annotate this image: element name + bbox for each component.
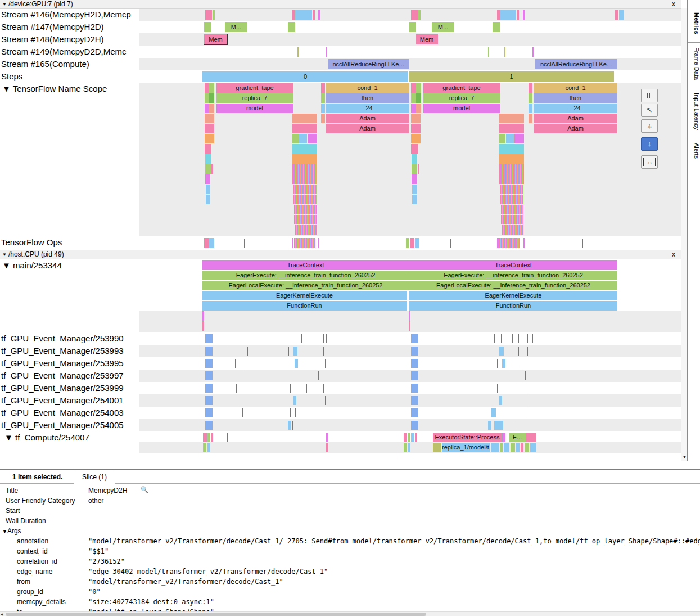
trace-slice[interactable]	[205, 124, 214, 133]
trace-slice[interactable]	[497, 384, 498, 393]
trace-slice[interactable]	[497, 359, 498, 368]
trace-slice[interactable]	[205, 144, 211, 154]
trace-slice[interactable]	[325, 396, 326, 405]
trace-slice[interactable]	[318, 238, 319, 248]
trace-slice[interactable]	[326, 433, 328, 442]
trace-slice[interactable]	[292, 154, 317, 164]
trace-slice[interactable]	[501, 215, 523, 224]
search-icon[interactable]: 🔍	[141, 486, 148, 493]
track-label[interactable]: tf_GPU_Event_Manager/253993	[0, 345, 138, 357]
trace-slice[interactable]	[411, 433, 414, 442]
timeline[interactable]: M...M...MemMemncclAllReduceRingLLKe...nc…	[0, 0, 681, 461]
trace-slice[interactable]	[412, 195, 417, 204]
track-label[interactable]: Stream #149(MemcpyD2D,Memc	[0, 46, 138, 58]
trace-slice[interactable]	[499, 347, 504, 356]
trace-slice[interactable]	[450, 239, 451, 248]
trace-slice[interactable]	[205, 154, 211, 164]
trace-slice[interactable]	[202, 321, 204, 331]
trace-slice[interactable]	[245, 334, 245, 343]
trace-slice[interactable]	[205, 396, 213, 405]
trace-slice[interactable]	[207, 433, 210, 442]
trace-slice[interactable]	[323, 334, 324, 343]
trace-slice[interactable]	[293, 185, 317, 194]
trace-slice[interactable]	[318, 10, 320, 20]
trace-slice[interactable]	[532, 47, 534, 57]
track-label[interactable]: tf_GPU_Event_Manager/253999	[0, 382, 138, 394]
trace-slice[interactable]: Adam	[326, 114, 409, 123]
trace-slice[interactable]	[529, 83, 532, 93]
trace-slice[interactable]	[499, 396, 502, 405]
trace-slice[interactable]	[529, 384, 529, 393]
trace-slice[interactable]	[499, 144, 524, 154]
trace-slice[interactable]: gradient_tape	[423, 83, 500, 93]
trace-slice[interactable]	[203, 433, 207, 442]
trace-slice[interactable]	[529, 114, 532, 123]
scroll-left-button[interactable]: ◀	[1, 612, 3, 616]
trace-slice[interactable]	[525, 443, 529, 452]
trace-slice[interactable]	[409, 22, 416, 32]
trace-slice[interactable]	[499, 164, 524, 174]
trace-slice[interactable]	[497, 238, 499, 248]
trace-slice[interactable]: gradient_tape	[216, 83, 293, 93]
trace-slice[interactable]	[412, 164, 417, 174]
trace-slice[interactable]	[501, 205, 523, 214]
trace-slice[interactable]	[292, 421, 293, 430]
trace-slice[interactable]: _24	[326, 104, 409, 113]
trace-slice[interactable]	[227, 334, 227, 343]
trace-slice[interactable]	[433, 443, 441, 452]
trace-slice[interactable]	[504, 443, 509, 452]
trace-slice[interactable]: _24	[534, 104, 617, 113]
trace-slice[interactable]	[242, 408, 243, 417]
trace-slice[interactable]	[205, 83, 209, 93]
trace-slice[interactable]: 0	[202, 71, 408, 82]
trace-slice[interactable]	[292, 144, 317, 154]
trace-slice[interactable]	[202, 311, 204, 321]
scrollbar-thumb[interactable]	[6, 613, 426, 616]
trace-slice[interactable]: FunctionRun	[409, 301, 617, 311]
trace-slice[interactable]	[299, 134, 307, 143]
gpu-process-header[interactable]: ▼/device:GPU:7 (pid 7) x	[0, 0, 681, 9]
trace-slice[interactable]	[411, 359, 418, 368]
trace-slice[interactable]	[205, 174, 210, 184]
trace-slice[interactable]	[321, 114, 325, 123]
trace-slice[interactable]	[231, 347, 231, 356]
trace-slice[interactable]	[288, 347, 289, 356]
trace-slice[interactable]	[412, 185, 417, 194]
track-label[interactable]: tf_GPU_Event_Manager/254001	[0, 394, 138, 407]
track-label[interactable]: ▼ main/253344	[0, 259, 138, 272]
trace-slice[interactable]	[532, 334, 533, 343]
trace-slice[interactable]	[499, 154, 524, 164]
trace-slice[interactable]	[500, 443, 503, 452]
trace-slice[interactable]	[416, 83, 421, 93]
track-label[interactable]: tf_GPU_Event_Manager/253997	[0, 370, 138, 382]
trace-slice[interactable]	[509, 371, 509, 380]
trace-slice[interactable]	[209, 238, 214, 248]
trace-slice[interactable]: Adam	[534, 124, 617, 133]
trace-slice[interactable]	[292, 164, 317, 174]
trace-slice[interactable]	[204, 238, 209, 248]
timing-tool[interactable]: ↔	[641, 155, 658, 169]
tab-input-latency[interactable]: Input Latency	[688, 88, 700, 138]
track-label[interactable]: Stream #147(MemcpyH2D)	[0, 21, 138, 33]
trace-slice[interactable]	[204, 22, 211, 32]
trace-slice[interactable]	[318, 371, 319, 380]
track-label[interactable]: tf_GPU_Event_Manager/253990	[0, 332, 138, 345]
pan-tool[interactable]: ↔↕	[641, 119, 658, 133]
trace-slice[interactable]	[527, 334, 528, 343]
trace-slice[interactable]: Adam	[534, 114, 617, 123]
trace-slice[interactable]	[512, 334, 513, 343]
trace-slice[interactable]	[294, 238, 315, 248]
trace-slice[interactable]	[205, 104, 209, 113]
trace-slice[interactable]	[206, 185, 210, 194]
trace-slice[interactable]	[297, 47, 299, 57]
trace-slice[interactable]	[231, 396, 231, 405]
trace-slice[interactable]: E...	[509, 433, 526, 442]
trace-slice[interactable]	[502, 359, 505, 368]
trace-slice[interactable]	[525, 371, 526, 380]
trace-slice[interactable]	[526, 433, 536, 442]
trace-slice[interactable]	[494, 334, 495, 343]
trace-slice[interactable]	[323, 384, 324, 393]
trace-slice[interactable]	[246, 371, 246, 380]
trace-slice[interactable]	[521, 443, 523, 452]
trace-slice[interactable]	[290, 408, 291, 417]
